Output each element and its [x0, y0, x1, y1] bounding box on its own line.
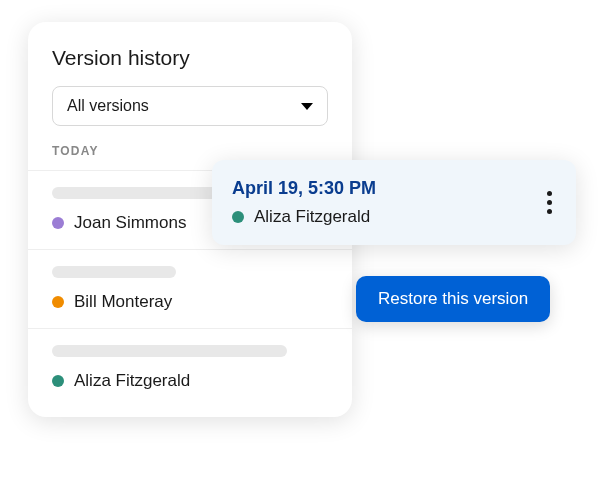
popover-info: April 19, 5:30 PM Aliza Fitzgerald — [232, 178, 376, 227]
author-name: Aliza Fitzgerald — [74, 371, 190, 391]
placeholder-bar — [52, 345, 287, 357]
author-dot-icon — [52, 217, 64, 229]
author-line: Aliza Fitzgerald — [52, 371, 328, 391]
panel-title: Version history — [28, 46, 352, 86]
version-row[interactable]: Bill Monteray — [28, 249, 352, 328]
popover-author-line: Aliza Fitzgerald — [232, 207, 376, 227]
version-row[interactable]: Aliza Fitzgerald — [28, 328, 352, 407]
author-line: Bill Monteray — [52, 292, 328, 312]
author-dot-icon — [52, 375, 64, 387]
more-options-icon[interactable] — [543, 187, 556, 218]
caret-down-icon — [301, 103, 313, 110]
filter-dropdown[interactable]: All versions — [52, 86, 328, 126]
popover-author-name: Aliza Fitzgerald — [254, 207, 370, 227]
author-dot-icon — [232, 211, 244, 223]
popover-timestamp: April 19, 5:30 PM — [232, 178, 376, 199]
author-name: Joan Simmons — [74, 213, 186, 233]
placeholder-bar — [52, 266, 176, 278]
author-dot-icon — [52, 296, 64, 308]
version-popover: April 19, 5:30 PM Aliza Fitzgerald — [212, 160, 576, 245]
restore-button[interactable]: Restore this version — [356, 276, 550, 322]
placeholder-bar — [52, 187, 218, 199]
filter-selected: All versions — [67, 97, 149, 115]
author-name: Bill Monteray — [74, 292, 172, 312]
